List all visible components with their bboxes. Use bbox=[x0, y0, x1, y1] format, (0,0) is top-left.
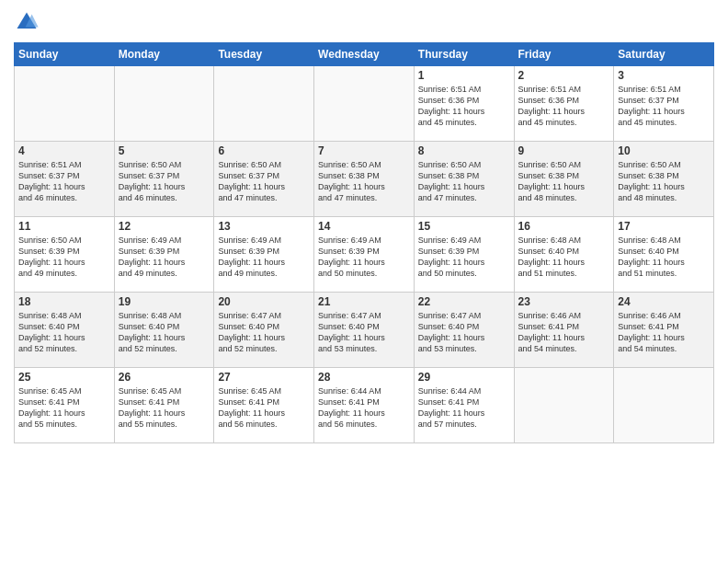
calendar-header: SundayMondayTuesdayWednesdayThursdayFrid… bbox=[15, 43, 714, 66]
calendar-cell: 8Sunrise: 6:50 AMSunset: 6:38 PMDaylight… bbox=[414, 142, 514, 217]
logo bbox=[14, 9, 43, 35]
day-number: 28 bbox=[318, 371, 410, 384]
calendar-cell: 12Sunrise: 6:49 AMSunset: 6:39 PMDayligh… bbox=[114, 217, 214, 293]
calendar-cell: 7Sunrise: 6:50 AMSunset: 6:38 PMDaylight… bbox=[314, 142, 415, 217]
calendar-week-row: 1Sunrise: 6:51 AMSunset: 6:36 PMDaylight… bbox=[15, 66, 714, 142]
weekday-header: Wednesday bbox=[314, 43, 415, 66]
day-number: 11 bbox=[18, 220, 110, 233]
calendar-week-row: 4Sunrise: 6:51 AMSunset: 6:37 PMDaylight… bbox=[15, 142, 714, 217]
day-number: 25 bbox=[18, 371, 110, 384]
day-number: 2 bbox=[518, 69, 610, 82]
weekday-row: SundayMondayTuesdayWednesdayThursdayFrid… bbox=[15, 43, 714, 66]
calendar-cell: 9Sunrise: 6:50 AMSunset: 6:38 PMDaylight… bbox=[514, 142, 614, 217]
header bbox=[14, 9, 714, 35]
calendar-cell: 15Sunrise: 6:49 AMSunset: 6:39 PMDayligh… bbox=[414, 217, 514, 293]
day-number: 8 bbox=[418, 144, 510, 157]
calendar-cell: 28Sunrise: 6:44 AMSunset: 6:41 PMDayligh… bbox=[314, 368, 415, 443]
day-number: 17 bbox=[618, 220, 710, 233]
calendar-cell: 25Sunrise: 6:45 AMSunset: 6:41 PMDayligh… bbox=[15, 368, 115, 443]
day-info: Sunrise: 6:45 AMSunset: 6:41 PMDaylight:… bbox=[119, 385, 210, 431]
day-number: 10 bbox=[618, 144, 710, 157]
calendar-cell: 13Sunrise: 6:49 AMSunset: 6:39 PMDayligh… bbox=[214, 217, 314, 293]
day-info: Sunrise: 6:47 AMSunset: 6:40 PMDaylight:… bbox=[418, 310, 510, 355]
day-info: Sunrise: 6:51 AMSunset: 6:36 PMDaylight:… bbox=[518, 84, 610, 129]
calendar-cell: 4Sunrise: 6:51 AMSunset: 6:37 PMDaylight… bbox=[15, 142, 115, 217]
calendar-cell: 26Sunrise: 6:45 AMSunset: 6:41 PMDayligh… bbox=[114, 368, 214, 443]
day-info: Sunrise: 6:46 AMSunset: 6:41 PMDaylight:… bbox=[618, 310, 710, 355]
day-info: Sunrise: 6:45 AMSunset: 6:41 PMDaylight:… bbox=[218, 385, 310, 431]
calendar-cell: 6Sunrise: 6:50 AMSunset: 6:37 PMDaylight… bbox=[214, 142, 314, 217]
day-info: Sunrise: 6:48 AMSunset: 6:40 PMDaylight:… bbox=[18, 310, 110, 355]
day-number: 27 bbox=[218, 371, 310, 384]
day-info: Sunrise: 6:48 AMSunset: 6:40 PMDaylight:… bbox=[119, 310, 210, 355]
calendar-cell bbox=[314, 66, 415, 142]
day-info: Sunrise: 6:50 AMSunset: 6:38 PMDaylight:… bbox=[618, 159, 710, 204]
day-number: 12 bbox=[119, 220, 210, 233]
weekday-header: Friday bbox=[514, 43, 614, 66]
day-info: Sunrise: 6:47 AMSunset: 6:40 PMDaylight:… bbox=[318, 310, 410, 355]
day-number: 16 bbox=[518, 220, 610, 233]
calendar-cell: 20Sunrise: 6:47 AMSunset: 6:40 PMDayligh… bbox=[214, 293, 314, 368]
day-info: Sunrise: 6:50 AMSunset: 6:38 PMDaylight:… bbox=[418, 159, 510, 204]
day-number: 3 bbox=[618, 69, 710, 82]
day-number: 13 bbox=[218, 220, 310, 233]
day-number: 7 bbox=[318, 144, 410, 157]
weekday-header: Saturday bbox=[614, 43, 714, 66]
day-info: Sunrise: 6:48 AMSunset: 6:40 PMDaylight:… bbox=[618, 235, 710, 280]
day-number: 21 bbox=[318, 295, 410, 308]
calendar-week-row: 18Sunrise: 6:48 AMSunset: 6:40 PMDayligh… bbox=[15, 293, 714, 368]
day-info: Sunrise: 6:51 AMSunset: 6:37 PMDaylight:… bbox=[618, 84, 710, 129]
calendar-cell: 29Sunrise: 6:44 AMSunset: 6:41 PMDayligh… bbox=[414, 368, 514, 443]
calendar-cell: 21Sunrise: 6:47 AMSunset: 6:40 PMDayligh… bbox=[314, 293, 415, 368]
page: SundayMondayTuesdayWednesdayThursdayFrid… bbox=[0, 0, 728, 563]
day-number: 9 bbox=[518, 144, 610, 157]
weekday-header: Monday bbox=[114, 43, 214, 66]
day-number: 24 bbox=[618, 295, 710, 308]
calendar-cell: 18Sunrise: 6:48 AMSunset: 6:40 PMDayligh… bbox=[15, 293, 115, 368]
weekday-header: Tuesday bbox=[214, 43, 314, 66]
calendar-cell: 24Sunrise: 6:46 AMSunset: 6:41 PMDayligh… bbox=[614, 293, 714, 368]
day-info: Sunrise: 6:48 AMSunset: 6:40 PMDaylight:… bbox=[518, 235, 610, 280]
day-number: 20 bbox=[218, 295, 310, 308]
day-info: Sunrise: 6:50 AMSunset: 6:37 PMDaylight:… bbox=[119, 159, 210, 204]
day-info: Sunrise: 6:51 AMSunset: 6:37 PMDaylight:… bbox=[18, 159, 110, 204]
calendar-cell: 22Sunrise: 6:47 AMSunset: 6:40 PMDayligh… bbox=[414, 293, 514, 368]
calendar-cell: 3Sunrise: 6:51 AMSunset: 6:37 PMDaylight… bbox=[614, 66, 714, 142]
calendar-cell: 16Sunrise: 6:48 AMSunset: 6:40 PMDayligh… bbox=[514, 217, 614, 293]
calendar-cell bbox=[614, 368, 714, 443]
calendar-cell bbox=[514, 368, 614, 443]
day-info: Sunrise: 6:49 AMSunset: 6:39 PMDaylight:… bbox=[318, 235, 410, 280]
day-info: Sunrise: 6:44 AMSunset: 6:41 PMDaylight:… bbox=[318, 385, 410, 431]
calendar-week-row: 25Sunrise: 6:45 AMSunset: 6:41 PMDayligh… bbox=[15, 368, 714, 443]
day-info: Sunrise: 6:46 AMSunset: 6:41 PMDaylight:… bbox=[518, 310, 610, 355]
calendar: SundayMondayTuesdayWednesdayThursdayFrid… bbox=[14, 42, 714, 443]
day-number: 6 bbox=[218, 144, 310, 157]
calendar-week-row: 11Sunrise: 6:50 AMSunset: 6:39 PMDayligh… bbox=[15, 217, 714, 293]
day-info: Sunrise: 6:50 AMSunset: 6:38 PMDaylight:… bbox=[518, 159, 610, 204]
day-number: 22 bbox=[418, 295, 510, 308]
calendar-cell: 17Sunrise: 6:48 AMSunset: 6:40 PMDayligh… bbox=[614, 217, 714, 293]
day-number: 4 bbox=[18, 144, 110, 157]
calendar-cell: 11Sunrise: 6:50 AMSunset: 6:39 PMDayligh… bbox=[15, 217, 115, 293]
calendar-cell bbox=[214, 66, 314, 142]
day-number: 14 bbox=[318, 220, 410, 233]
day-number: 15 bbox=[418, 220, 510, 233]
day-number: 23 bbox=[518, 295, 610, 308]
day-number: 29 bbox=[418, 371, 510, 384]
day-number: 19 bbox=[119, 295, 210, 308]
day-info: Sunrise: 6:51 AMSunset: 6:36 PMDaylight:… bbox=[418, 84, 510, 129]
calendar-body: 1Sunrise: 6:51 AMSunset: 6:36 PMDaylight… bbox=[15, 66, 714, 443]
day-info: Sunrise: 6:47 AMSunset: 6:40 PMDaylight:… bbox=[218, 310, 310, 355]
day-info: Sunrise: 6:49 AMSunset: 6:39 PMDaylight:… bbox=[119, 235, 210, 280]
day-info: Sunrise: 6:50 AMSunset: 6:39 PMDaylight:… bbox=[18, 235, 110, 280]
calendar-cell bbox=[114, 66, 214, 142]
calendar-cell: 27Sunrise: 6:45 AMSunset: 6:41 PMDayligh… bbox=[214, 368, 314, 443]
calendar-cell: 5Sunrise: 6:50 AMSunset: 6:37 PMDaylight… bbox=[114, 142, 214, 217]
day-number: 18 bbox=[18, 295, 110, 308]
calendar-cell bbox=[15, 66, 115, 142]
calendar-cell: 2Sunrise: 6:51 AMSunset: 6:36 PMDaylight… bbox=[514, 66, 614, 142]
day-info: Sunrise: 6:50 AMSunset: 6:37 PMDaylight:… bbox=[218, 159, 310, 204]
day-number: 1 bbox=[418, 69, 510, 82]
calendar-cell: 14Sunrise: 6:49 AMSunset: 6:39 PMDayligh… bbox=[314, 217, 415, 293]
logo-icon bbox=[14, 9, 40, 35]
